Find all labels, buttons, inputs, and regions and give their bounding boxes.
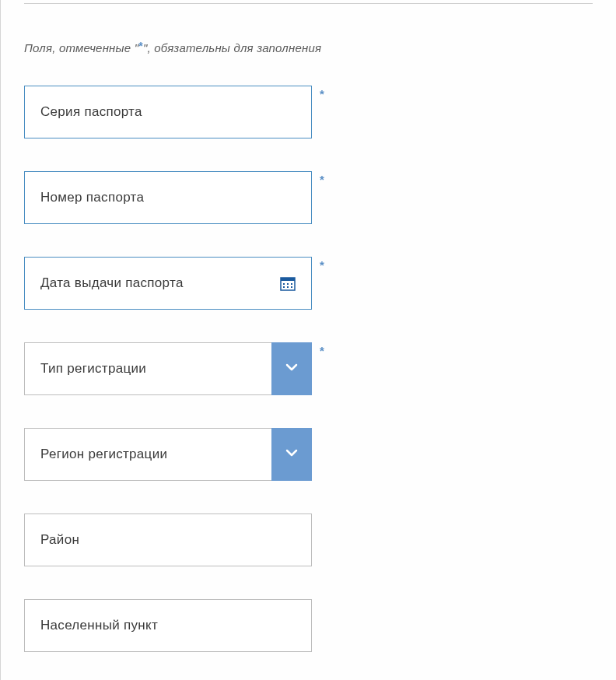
district-input[interactable]: Район xyxy=(24,514,312,566)
chevron-down-icon xyxy=(285,360,299,377)
note-suffix: ", обязательны для заполнения xyxy=(143,41,321,54)
registration-region-group: Регион регистрации xyxy=(24,428,593,481)
passport-number-input[interactable]: Номер паспорта xyxy=(24,171,312,224)
district-group: Район xyxy=(24,514,593,566)
svg-rect-1 xyxy=(281,278,295,281)
locality-group: Населенный пункт xyxy=(24,599,593,652)
svg-rect-7 xyxy=(291,286,292,288)
locality-input[interactable]: Населенный пункт xyxy=(24,599,312,652)
note-asterisk: * xyxy=(138,40,143,52)
passport-issue-date-label: Дата выдачи паспорта xyxy=(25,275,184,291)
svg-rect-6 xyxy=(287,286,289,288)
passport-number-group: Номер паспорта * xyxy=(24,171,593,224)
passport-series-group: Серия паспорта * xyxy=(24,86,593,138)
district-label: Район xyxy=(25,532,79,548)
svg-rect-2 xyxy=(283,283,285,285)
section-divider xyxy=(24,3,593,4)
required-asterisk: * xyxy=(320,87,324,100)
svg-rect-4 xyxy=(291,283,292,285)
passport-issue-date-input[interactable]: Дата выдачи паспорта xyxy=(24,257,312,310)
registration-type-dropdown-button[interactable] xyxy=(271,342,312,395)
required-asterisk: * xyxy=(320,173,324,186)
chevron-down-icon xyxy=(285,446,299,463)
passport-series-input[interactable]: Серия паспорта xyxy=(24,86,312,138)
calendar-icon[interactable] xyxy=(280,275,296,291)
svg-rect-3 xyxy=(287,283,289,285)
passport-series-label: Серия паспорта xyxy=(25,104,142,120)
registration-region-dropdown-button[interactable] xyxy=(271,428,312,481)
registration-region-label: Регион регистрации xyxy=(25,447,167,462)
note-prefix: Поля, отмеченные " xyxy=(24,41,138,54)
passport-number-label: Номер паспорта xyxy=(25,190,144,205)
required-asterisk: * xyxy=(320,344,324,357)
passport-issue-date-group: Дата выдачи паспорта * xyxy=(24,257,593,310)
svg-rect-5 xyxy=(283,286,285,288)
required-fields-note: Поля, отмеченные "*", обязательны для за… xyxy=(24,41,593,54)
registration-type-select[interactable]: Тип регистрации xyxy=(24,342,312,395)
registration-region-label-area: Регион регистрации xyxy=(24,428,271,481)
registration-type-label: Тип регистрации xyxy=(25,361,146,377)
registration-type-label-area: Тип регистрации xyxy=(24,342,271,395)
locality-label: Населенный пункт xyxy=(25,618,158,633)
registration-region-select[interactable]: Регион регистрации xyxy=(24,428,312,481)
registration-type-group: Тип регистрации * xyxy=(24,342,593,395)
required-asterisk: * xyxy=(320,258,324,272)
